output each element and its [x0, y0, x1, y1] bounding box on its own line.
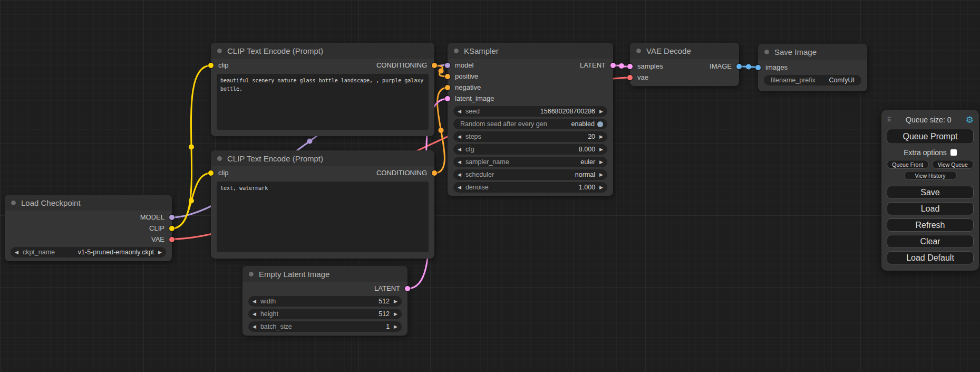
widget-ckpt-name[interactable]: ◀ ckpt_name v1-5-pruned-emaonly.ckpt ▶ [11, 247, 166, 257]
queue-prompt-button[interactable]: Queue Prompt [887, 129, 974, 144]
collapse-dot-icon[interactable] [248, 271, 254, 277]
slot-row-latent-image: latent_image [448, 93, 613, 104]
increment-arrow-icon[interactable]: ▶ [599, 160, 603, 165]
output-slot-conditioning[interactable] [432, 63, 437, 68]
input-slot-latent-image[interactable] [445, 96, 450, 101]
output-slot-model[interactable] [169, 215, 174, 220]
widget-value: enabled [571, 120, 595, 128]
clear-button[interactable]: Clear [887, 235, 974, 248]
widget-denoise[interactable]: ◀ denoise 1.000 ▶ [453, 182, 607, 193]
extra-options-checkbox[interactable] [950, 149, 957, 156]
node-title-bar[interactable]: KSampler [448, 43, 613, 59]
decrement-arrow-icon[interactable]: ◀ [458, 109, 461, 114]
output-slot-latent[interactable] [405, 286, 410, 291]
widget-height[interactable]: ◀ height 512 ▶ [248, 309, 402, 319]
output-row-vae: VAE [5, 234, 172, 245]
node-title-bar[interactable]: Load Checkpoint [5, 195, 172, 211]
increment-arrow-icon[interactable]: ▶ [158, 250, 162, 255]
drag-handle-icon[interactable]: ⠿ [887, 116, 891, 123]
widget-value: 20 [588, 133, 595, 140]
node-ksampler[interactable]: KSampler model LATENT positive negative … [448, 43, 613, 196]
decrement-arrow-icon[interactable]: ◀ [458, 135, 461, 139]
prompt-textarea[interactable]: text, watermark [217, 182, 429, 252]
input-slot-positive[interactable] [445, 74, 450, 79]
widget-value: normal [575, 171, 595, 178]
widget-scheduler[interactable]: ◀ scheduler normal ▶ [453, 169, 607, 180]
input-slot-samples[interactable] [627, 64, 633, 69]
widget-value: 8.000 [579, 146, 595, 153]
increment-arrow-icon[interactable]: ▶ [599, 109, 603, 114]
input-slot-vae[interactable] [627, 75, 633, 80]
decrement-arrow-icon[interactable]: ◀ [458, 185, 461, 190]
decrement-arrow-icon[interactable]: ◀ [458, 147, 461, 152]
increment-arrow-icon[interactable]: ▶ [394, 299, 397, 304]
widget-sampler-name[interactable]: ◀ sampler_name euler ▶ [453, 157, 607, 167]
decrement-arrow-icon[interactable]: ◀ [458, 160, 461, 165]
widget-filename-prefix[interactable]: filename_prefix ComfyUI [764, 75, 861, 85]
prompt-textarea[interactable]: beautiful scenery nature glass bottle la… [217, 74, 429, 130]
input-slot-negative[interactable] [445, 85, 450, 90]
widget-value: ComfyUI [829, 77, 855, 84]
input-slot-model[interactable] [445, 63, 450, 68]
node-title-bar[interactable]: Empty Latent Image [242, 266, 407, 282]
node-clip-text-encode-negative[interactable]: CLIP Text Encode (Prompt) clip CONDITION… [211, 150, 434, 259]
save-button[interactable]: Save [887, 186, 974, 199]
output-row-latent: LATENT [242, 283, 407, 294]
refresh-button[interactable]: Refresh [887, 218, 974, 232]
node-title-bar[interactable]: VAE Decode [630, 43, 739, 59]
widget-steps[interactable]: ◀ steps 20 ▶ [453, 131, 607, 142]
view-queue-button[interactable]: View Queue [932, 160, 974, 169]
node-title-bar[interactable]: Save Image [758, 44, 867, 60]
input-slot-clip[interactable] [208, 170, 214, 176]
input-slot-images[interactable] [755, 65, 761, 70]
gear-icon[interactable]: ⚙ [966, 116, 974, 125]
increment-arrow-icon[interactable]: ▶ [394, 312, 397, 317]
widget-width[interactable]: ◀ width 512 ▶ [248, 296, 402, 307]
decrement-arrow-icon[interactable]: ◀ [253, 312, 256, 317]
output-slot-clip[interactable] [169, 226, 174, 231]
node-title-bar[interactable]: CLIP Text Encode (Prompt) [211, 150, 434, 166]
load-button[interactable]: Load [887, 202, 974, 215]
node-clip-text-encode-positive[interactable]: CLIP Text Encode (Prompt) clip CONDITION… [211, 43, 434, 136]
queue-front-button[interactable]: Queue Front [887, 160, 929, 169]
widget-batch-size[interactable]: ◀ batch_size 1 ▶ [248, 321, 402, 332]
decrement-arrow-icon[interactable]: ◀ [253, 299, 256, 304]
input-label-positive: positive [455, 72, 478, 80]
node-title: Empty Latent Image [259, 270, 329, 279]
input-label-model: model [455, 61, 473, 69]
view-history-button[interactable]: View History [904, 171, 957, 180]
widget-label: batch_size [260, 323, 292, 330]
collapse-dot-icon[interactable] [11, 200, 16, 206]
collapse-dot-icon[interactable] [764, 49, 770, 55]
increment-arrow-icon[interactable]: ▶ [599, 185, 603, 190]
input-slot-clip[interactable] [208, 63, 214, 68]
decrement-arrow-icon[interactable]: ◀ [253, 325, 256, 329]
widget-random-seed[interactable]: Random seed after every gen enabled [453, 119, 607, 129]
widget-cfg[interactable]: ◀ cfg 8.000 ▶ [453, 144, 607, 155]
node-load-checkpoint[interactable]: Load Checkpoint MODEL CLIP VAE ◀ ckpt_na… [5, 195, 172, 261]
increment-arrow-icon[interactable]: ▶ [599, 135, 603, 139]
decrement-arrow-icon[interactable]: ◀ [15, 250, 18, 255]
output-slot-latent[interactable] [610, 63, 616, 68]
increment-arrow-icon[interactable]: ▶ [599, 147, 603, 152]
load-default-button[interactable]: Load Default [887, 251, 974, 264]
slot-row-images: images [758, 62, 867, 73]
output-slot-vae[interactable] [169, 237, 174, 242]
output-label-image: IMAGE [710, 62, 732, 70]
comfyui-canvas[interactable]: Load Checkpoint MODEL CLIP VAE ◀ ckpt_na… [0, 0, 980, 372]
node-empty-latent-image[interactable]: Empty Latent Image LATENT ◀ width 512 ▶ … [242, 266, 407, 336]
collapse-dot-icon[interactable] [453, 48, 459, 54]
collapse-dot-icon[interactable] [636, 48, 642, 54]
node-title-bar[interactable]: CLIP Text Encode (Prompt) [211, 43, 434, 59]
output-slot-image[interactable] [736, 64, 742, 69]
widget-seed[interactable]: ◀ seed 156680208700286 ▶ [453, 106, 607, 117]
increment-arrow-icon[interactable]: ▶ [599, 173, 603, 177]
decrement-arrow-icon[interactable]: ◀ [458, 173, 461, 177]
node-save-image[interactable]: Save Image images filename_prefix ComfyU… [758, 44, 867, 91]
toggle-icon[interactable] [597, 121, 603, 127]
output-slot-conditioning[interactable] [432, 170, 437, 176]
node-vae-decode[interactable]: VAE Decode samples IMAGE vae [630, 43, 739, 86]
collapse-dot-icon[interactable] [217, 156, 222, 161]
increment-arrow-icon[interactable]: ▶ [394, 325, 397, 329]
collapse-dot-icon[interactable] [217, 48, 222, 54]
